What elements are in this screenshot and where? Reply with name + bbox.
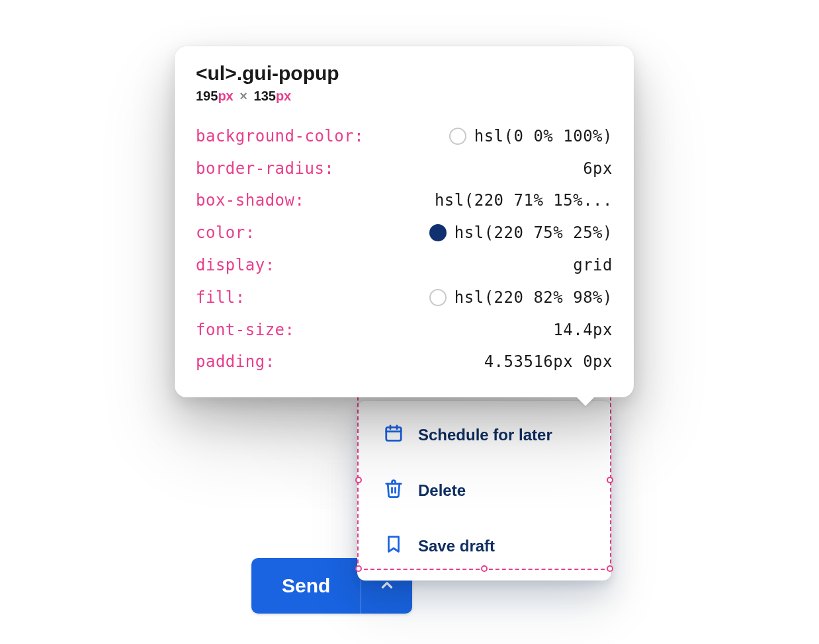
tooltip-element-title: <ul>.gui-popup (196, 62, 613, 85)
color-swatch-icon (429, 224, 447, 241)
color-swatch-icon (429, 289, 447, 306)
gui-popup[interactable]: Schedule for later Delete Save draft (357, 401, 611, 581)
css-prop-value-text: 14.4px (553, 322, 613, 338)
css-prop-value: 14.4px (553, 322, 613, 338)
css-prop-name: border-radius (196, 161, 334, 177)
dim-width: 195 (196, 89, 218, 103)
css-prop-value: hsl(220 75% 25%) (429, 224, 613, 241)
tooltip-properties: background-colorhsl(0 0% 100%)border-rad… (196, 120, 613, 378)
dim-separator: × (239, 89, 247, 103)
css-prop-value-text: grid (573, 257, 613, 273)
svg-rect-0 (386, 427, 402, 440)
css-prop-name: padding (196, 354, 275, 370)
tooltip-element-class: .gui-popup (237, 62, 339, 84)
css-prop-value-text: 6px (583, 161, 613, 177)
popup-item-label: Schedule for later (418, 426, 552, 444)
css-prop-row: border-radius6px (196, 153, 613, 184)
css-prop-row: displaygrid (196, 249, 613, 281)
css-prop-row: font-size14.4px (196, 314, 613, 346)
css-prop-row: colorhsl(220 75% 25%) (196, 216, 613, 249)
bookmark-icon (384, 534, 404, 558)
css-prop-name: color (196, 225, 255, 241)
css-prop-value-text: 4.53516px 0px (484, 354, 613, 370)
css-prop-name: box-shadow (196, 192, 304, 208)
css-prop-value-text: hsl(0 0% 100%) (474, 128, 613, 144)
color-swatch-icon (449, 128, 466, 145)
css-prop-value: hsl(0 0% 100%) (449, 128, 613, 145)
calendar-icon (384, 423, 404, 447)
css-prop-name: display (196, 257, 275, 273)
trash-icon (384, 479, 404, 503)
popup-item-delete[interactable]: Delete (357, 463, 611, 518)
css-prop-value: 6px (583, 161, 613, 177)
popup-item-label: Save draft (418, 537, 495, 555)
tooltip-element-tag: <ul> (196, 62, 237, 84)
css-prop-value: hsl(220 71% 15%... (435, 192, 613, 208)
css-prop-row: background-colorhsl(0 0% 100%) (196, 120, 613, 153)
css-prop-row: box-shadowhsl(220 71% 15%... (196, 184, 613, 216)
css-prop-row: padding4.53516px 0px (196, 346, 613, 378)
popup-item-label: Delete (418, 481, 466, 500)
css-prop-name: fill (196, 290, 245, 305)
css-prop-value: hsl(220 82% 98%) (429, 289, 613, 306)
css-prop-value-text: hsl(220 75% 25%) (454, 225, 613, 241)
css-prop-value: grid (573, 257, 613, 273)
dim-height: 135 (254, 89, 276, 103)
dim-width-unit: px (218, 89, 233, 103)
css-prop-name: background-color (196, 128, 364, 144)
send-button[interactable]: Send (251, 558, 361, 614)
send-button-label: Send (282, 575, 330, 597)
popup-item-schedule[interactable]: Schedule for later (357, 407, 611, 463)
css-prop-row: fillhsl(220 82% 98%) (196, 281, 613, 314)
dim-height-unit: px (276, 89, 291, 103)
popup-item-save-draft[interactable]: Save draft (357, 518, 611, 574)
css-prop-value: 4.53516px 0px (484, 354, 613, 370)
css-prop-value-text: hsl(220 71% 15%... (435, 192, 613, 208)
css-prop-value-text: hsl(220 82% 98%) (454, 290, 613, 305)
css-prop-name: font-size (196, 322, 295, 338)
tooltip-dimensions: 195px × 135px (196, 89, 613, 104)
devtools-tooltip: <ul>.gui-popup 195px × 135px background-… (175, 46, 634, 397)
